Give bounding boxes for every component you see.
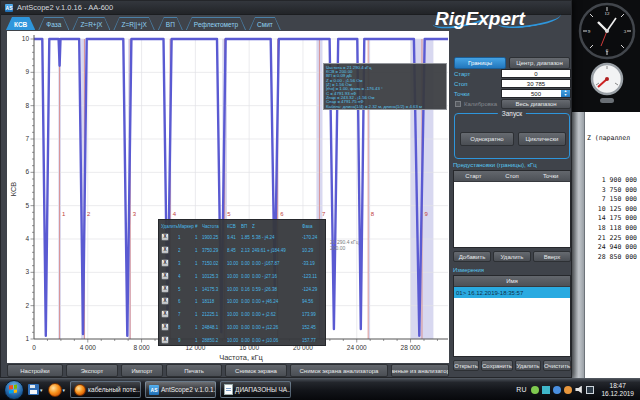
analyzer-screenshot-button[interactable]: Снимок экрана анализатора [290, 364, 388, 377]
marker-cell: 1 [195, 312, 202, 317]
svg-text:8: 8 [371, 211, 375, 217]
points-select[interactable]: 500 ▲▼ [501, 89, 571, 98]
points-label: Точки [454, 91, 470, 97]
preset-remove-button[interactable]: Удалить [493, 251, 531, 262]
svg-text:9: 9 [25, 68, 29, 75]
stop-input[interactable]: 30 785 [501, 79, 571, 88]
import-button[interactable]: Импорт [121, 364, 163, 377]
bounds-mode-button[interactable]: Границы [454, 57, 506, 69]
measurements-label: Измерения [453, 267, 484, 273]
display-icon[interactable] [586, 386, 594, 394]
marker-cell: 1 [195, 248, 202, 253]
start-button[interactable] [4, 380, 24, 400]
clock-gadget[interactable]: 12369 [577, 1, 637, 61]
cursor-tooltip: Частота = 21 290.4 кГцКСВ = 200.00ВП = 0… [323, 63, 447, 110]
tab-Рефлектометр[interactable]: Рефлектометр [186, 17, 246, 30]
quicklaunch-firefox[interactable]: ▾ [48, 383, 66, 397]
frequency-list: 1 900 0003 750 0007 150 00010 125 00014 … [585, 176, 640, 262]
calibration-checkbox[interactable] [455, 101, 461, 107]
delete-marker-button[interactable]: X [161, 285, 169, 293]
delete-marker-button[interactable]: X [161, 259, 169, 267]
start-input[interactable]: 0 [501, 69, 571, 78]
chevron-down-icon[interactable]: ▾ [40, 387, 43, 393]
measurements-list-body[interactable]: 01> 16.12.2019-18:35:57 [454, 287, 570, 356]
tab-КСВ[interactable]: КСВ [6, 17, 35, 30]
bluetooth-icon[interactable] [553, 386, 561, 394]
marker-cell: 0.00 - j27.16 [252, 274, 302, 279]
marker-cell: 18118 [202, 299, 227, 304]
measurement-open-button[interactable]: Открыть [453, 360, 479, 371]
marker-cell: 1 [195, 261, 202, 266]
print-button[interactable]: Печать [166, 364, 222, 377]
language-indicator[interactable]: RU [516, 386, 526, 393]
marker-cell: 0.00 [241, 261, 252, 266]
delete-marker-button[interactable]: X [161, 233, 169, 241]
frequency-document[interactable]: Z (параллел 1 900 0003 750 0007 150 0001… [585, 112, 640, 378]
svg-text:Частота, кГц: Частота, кГц [219, 353, 263, 362]
calibration-label: Калибровка [464, 101, 497, 107]
measurements-list[interactable]: Имя 01> 16.12.2019-18:35:57 [453, 275, 571, 357]
measurement-clear-button[interactable]: Очистить [543, 360, 571, 371]
export-button[interactable]: Экспорт [66, 364, 118, 377]
points-spinner[interactable]: ▲▼ [561, 90, 570, 97]
update-icon[interactable] [564, 386, 572, 394]
svg-text:7: 7 [322, 211, 326, 217]
tab-Смит[interactable]: Смит [249, 17, 281, 30]
settings-button[interactable]: Настройки [7, 364, 63, 377]
marker-cell: 10.00 [227, 287, 241, 292]
marker-cell: 1.85 [241, 235, 252, 240]
delete-marker-button[interactable]: X [161, 310, 169, 318]
tab-Z=R+jX[interactable]: Z=R+jX [72, 17, 110, 30]
run-single-button[interactable]: Однократно [460, 132, 514, 146]
marker-cell: 0.00 [241, 299, 252, 304]
delete-marker-button[interactable]: X [161, 297, 169, 305]
clock-time: 18:47 [601, 382, 634, 390]
screenshot-button[interactable]: Снимок экрана [225, 364, 287, 377]
delete-marker-button[interactable]: X [161, 246, 169, 254]
marker-cell: 0.00 + j10.06 [252, 338, 302, 343]
antivirus-icon[interactable] [531, 386, 539, 394]
task-antscope[interactable]: ASAntScope2 v.1.0.1... [145, 381, 216, 398]
quicklaunch-save[interactable]: ▾ [28, 384, 43, 395]
chevron-down-icon[interactable]: ▾ [63, 387, 66, 393]
document-scrollbar[interactable] [572, 112, 585, 378]
run-cyclic-button[interactable]: Циклически [518, 132, 566, 146]
preset-up-button[interactable]: Вверх [533, 251, 571, 262]
preset-column-header: Точки [531, 173, 570, 179]
marker-cell: 14175.3 [202, 287, 227, 292]
measurement-save-button[interactable]: Сохранить [481, 360, 513, 371]
marker-cell: 21225.1 [202, 312, 227, 317]
presets-list[interactable]: СтартСтопТочки [453, 170, 571, 248]
volume-icon[interactable] [575, 386, 583, 394]
tab-Z=R||+jX[interactable]: Z=R||+jX [113, 17, 154, 30]
marker-cell: 10.00 [227, 299, 241, 304]
center-span-mode-button[interactable]: Центр, диапазон [509, 57, 570, 69]
preset-add-button[interactable]: Добавить [453, 251, 491, 262]
tab-Фаза[interactable]: Фаза [38, 17, 69, 30]
delete-marker-button[interactable]: X [161, 323, 169, 331]
task-label: кабельный поте... [88, 386, 141, 393]
network-icon[interactable] [542, 386, 550, 394]
taskbar-clock[interactable]: 18:47 16.12.2019 [601, 382, 634, 397]
task-firefox[interactable]: кабельный поте... [70, 381, 141, 398]
measurement-row[interactable]: 01> 16.12.2019-18:35:57 [454, 287, 570, 298]
frequency-line: 1 900 000 [585, 176, 640, 186]
measurement-delete-button[interactable]: Удалить [515, 360, 541, 371]
rigexpert-logo-text: RigExpert [435, 8, 525, 29]
gauge-gadget[interactable] [589, 60, 625, 108]
marker-row: X9128850.210.000.000.00 + j10.06157.77 [161, 334, 323, 346]
task-notepad[interactable]: ДИАПАЗОНЫ ЧА... [220, 381, 291, 398]
marker-row: X7121225.110.000.000.00 + j2.62173.99 [161, 308, 323, 321]
marker-cell: 249.61 + j184.49 [252, 248, 302, 253]
tab-label: КСВ [7, 18, 34, 30]
system-tray: RU 18:47 16.12.2019 [516, 382, 637, 397]
presets-list-body[interactable] [454, 182, 570, 247]
marker-cell: 1 [195, 299, 202, 304]
chart-panel[interactable]: 1234567891004 0008 00012 00016 00020 000… [7, 31, 449, 363]
delete-marker-button[interactable]: X [161, 336, 169, 344]
marker-cell: 8 [178, 325, 195, 330]
tab-ВП[interactable]: ВП [158, 17, 183, 30]
full-range-button[interactable]: Весь диапазон [501, 99, 571, 109]
analyzer-data-button[interactable]: Данные из анализатора [391, 364, 449, 377]
delete-marker-button[interactable]: X [161, 272, 169, 280]
